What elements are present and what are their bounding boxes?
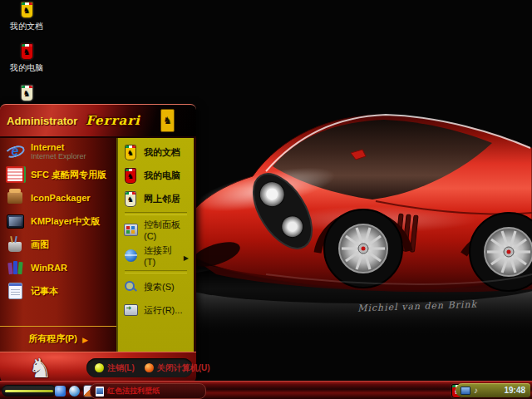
all-programs-label: 所有程序(P): [28, 332, 77, 345]
log-off-icon: [95, 363, 104, 372]
log-off-label: 注销(L): [107, 362, 135, 374]
taskbar-window-button[interactable]: 红色法拉利壁纸: [90, 383, 206, 399]
shut-down-icon: [145, 363, 154, 372]
desktop-screen: Michiel van den Brink 我的文档 我的电脑 网上邻居 Adm…: [0, 0, 532, 399]
taskbar: 红色法拉利壁纸 19:48: [0, 381, 532, 399]
menu-item-label: Internet: [31, 142, 86, 153]
desktop-icon-label: 我的电脑: [10, 62, 43, 74]
ferrari-shield-red-icon: [125, 168, 136, 184]
ferrari-car-wallpaper: [166, 65, 532, 339]
taskbar-window-label: 红色法拉利壁纸: [107, 386, 160, 397]
iconpackager-icon: [7, 192, 22, 204]
kmplayer-icon: [7, 214, 24, 229]
power-options-strip: 注销(L) 关闭计算机(U): [86, 358, 193, 377]
start-menu-body: Internet Internet Explorer SFC 桌酷网专用版 Ic…: [0, 138, 196, 352]
menu-item-label: 我的文档: [144, 146, 180, 159]
menu-item-winrar[interactable]: WinRAR: [0, 256, 116, 279]
menu-item-notepad[interactable]: 记事本: [0, 279, 116, 303]
clock[interactable]: 19:48: [504, 386, 525, 395]
start-menu-places-column: 我的文档 我的电脑 网上邻居 控制面板(C) 连接到(T): [116, 138, 196, 352]
shut-down-button[interactable]: 关闭计算机(U): [145, 362, 210, 374]
menu-item-label: 记事本: [31, 285, 58, 298]
log-off-button[interactable]: 注销(L): [95, 362, 135, 374]
menu-item-connect-to[interactable]: 连接到(T): [118, 243, 194, 268]
ie-launch-icon[interactable]: [55, 386, 66, 397]
internet-explorer-icon: [7, 144, 22, 159]
notepad-icon: [8, 283, 22, 299]
network-tray-icon[interactable]: [461, 387, 470, 395]
start-menu-header: Administrator Ferrari: [0, 104, 196, 138]
ferrari-shield-white-icon: [21, 85, 33, 101]
menu-item-label: 我的电脑: [144, 170, 180, 182]
winrar-icon: [8, 261, 22, 274]
control-panel-icon: [124, 224, 138, 236]
desktop-icon-my-documents[interactable]: 我的文档: [3, 2, 50, 32]
paint-icon: [8, 242, 22, 252]
menu-item-sfc[interactable]: SFC 桌酷网专用版: [0, 163, 116, 186]
submenu-arrow-icon: [184, 249, 189, 264]
menu-item-network-places[interactable]: 网上邻居: [118, 187, 194, 210]
start-menu: Administrator Ferrari Internet Internet …: [0, 104, 196, 381]
menu-item-my-computer[interactable]: 我的电脑: [118, 164, 194, 187]
menu-item-paint[interactable]: 画图: [0, 233, 116, 256]
start-button[interactable]: [2, 385, 57, 397]
menu-item-sublabel: Internet Explorer: [31, 152, 86, 160]
start-button-icon: [5, 390, 53, 392]
all-programs-button[interactable]: 所有程序(P): [0, 326, 116, 352]
ferrari-brand-logo: Ferrari: [86, 113, 140, 128]
start-menu-footer: ♞ 注销(L) 关闭计算机(U): [0, 352, 196, 384]
sfc-app-icon: [6, 166, 24, 183]
connect-to-icon: [125, 249, 137, 262]
run-icon: [124, 304, 138, 316]
browser-globe-launch-icon[interactable]: [69, 386, 80, 397]
menu-item-label: 控制面板(C): [144, 219, 189, 241]
menu-item-label: 画图: [31, 239, 49, 251]
menu-separator: [125, 212, 187, 215]
start-menu-pinned-column: Internet Internet Explorer SFC 桌酷网专用版 Ic…: [0, 138, 116, 352]
menu-item-label: 搜索(S): [144, 281, 175, 293]
system-tray: 19:48: [456, 383, 530, 397]
menu-item-label: 运行(R)...: [144, 304, 182, 317]
ferrari-shield-red-icon: [21, 43, 33, 60]
menu-item-label: SFC 桌酷网专用版: [31, 169, 106, 181]
menu-item-iconpackager[interactable]: IconPackager: [0, 186, 116, 209]
menu-item-my-documents[interactable]: 我的文档: [118, 140, 194, 164]
volume-tray-icon[interactable]: [474, 387, 478, 395]
all-programs-arrow-icon: [82, 331, 88, 346]
menu-item-control-panel[interactable]: 控制面板(C): [118, 217, 194, 243]
menu-item-label: 网上邻居: [144, 193, 180, 205]
menu-item-search[interactable]: 搜索(S): [118, 275, 194, 298]
prancing-horse-icon: ♞: [28, 352, 52, 384]
menu-item-run[interactable]: 运行(R)...: [118, 298, 194, 322]
menu-item-internet[interactable]: Internet Internet Explorer: [0, 140, 116, 163]
desktop-icon-my-computer[interactable]: 我的电脑: [3, 43, 50, 74]
menu-item-label: WinRAR: [31, 263, 67, 273]
menu-item-label: KMPlayer中文版: [31, 215, 100, 228]
image-file-icon: [96, 387, 104, 397]
ferrari-badge-icon: [160, 109, 175, 132]
ferrari-shield-yellow-icon: [21, 2, 33, 18]
ferrari-shield-yellow-icon: [125, 145, 136, 160]
shut-down-label: 关闭计算机(U): [157, 362, 210, 374]
desktop-icon-label: 我的文档: [10, 21, 43, 32]
menu-item-label: IconPackager: [31, 193, 91, 203]
ferrari-shield-white-icon: [125, 191, 136, 207]
menu-separator: [125, 270, 187, 273]
search-icon: [124, 280, 137, 293]
menu-item-kmplayer[interactable]: KMPlayer中文版: [0, 209, 116, 233]
menu-item-label: 连接到(T): [144, 244, 178, 267]
user-name: Administrator: [7, 115, 77, 127]
